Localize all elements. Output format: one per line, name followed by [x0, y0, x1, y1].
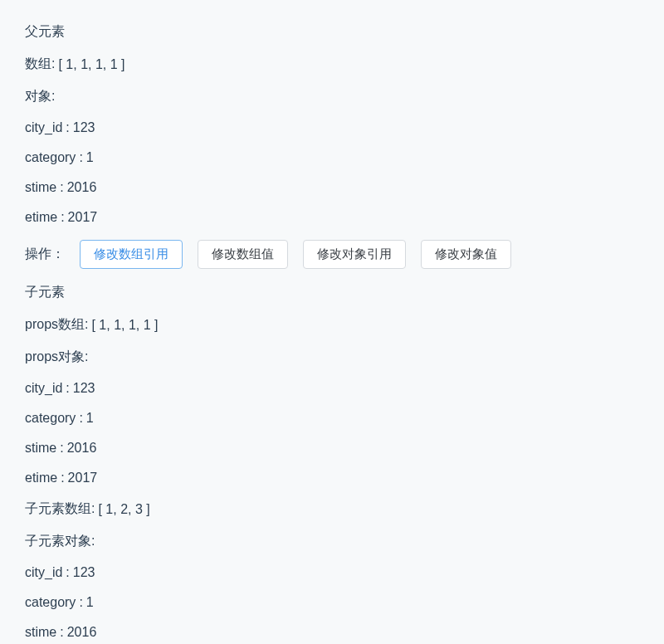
modify-array-value-button[interactable]: 修改数组值 [198, 240, 288, 269]
child-props-array-line: props数组: [ 1, 1, 1, 1 ] [25, 316, 639, 334]
parent-prop-sep: : [61, 210, 64, 225]
child-title-text: 子元素 [25, 284, 65, 301]
parent-prop-key: stime [25, 180, 56, 195]
child-childobj-sep: : [66, 565, 69, 580]
child-propsobj-row: category : 1 [25, 411, 639, 426]
parent-object-label: 对象: [25, 88, 55, 105]
child-props-array-label: props数组: [25, 316, 88, 334]
child-child-object-label-line: 子元素对象: [25, 533, 639, 550]
child-propsobj-value: 2017 [68, 471, 98, 485]
child-propsobj-sep: : [79, 411, 82, 426]
child-childobj-row: category : 1 [25, 595, 639, 610]
child-childobj-key: city_id [25, 565, 62, 580]
parent-prop-value: 1 [86, 150, 94, 165]
parent-object-label-line: 对象: [25, 88, 639, 105]
parent-prop-row: etime : 2017 [25, 210, 639, 225]
child-propsobj-key: etime [25, 471, 57, 485]
child-propsobj-key: category [25, 411, 76, 426]
parent-prop-value: 2016 [67, 180, 97, 195]
actions-label: 操作： [25, 246, 65, 263]
parent-array-label: 数组: [25, 56, 55, 73]
child-propsobj-row: stime : 2016 [25, 441, 639, 456]
parent-prop-sep: : [60, 180, 63, 195]
child-propsobj-row: city_id : 123 [25, 381, 639, 396]
child-childobj-value: 2016 [67, 625, 97, 640]
parent-title: 父元素 [25, 23, 639, 41]
child-childobj-value: 1 [86, 595, 94, 610]
child-propsobj-sep: : [60, 441, 63, 456]
child-propsobj-sep: : [66, 381, 69, 396]
parent-prop-key: category [25, 150, 76, 165]
child-propsobj-value: 1 [86, 411, 94, 426]
child-propsobj-sep: : [61, 471, 64, 485]
child-childobj-sep: : [79, 595, 82, 610]
child-propsobj-value: 123 [73, 381, 95, 396]
actions-row: 操作： 修改数组引用 修改数组值 修改对象引用 修改对象值 [25, 240, 639, 269]
child-childobj-key: stime [25, 625, 56, 640]
child-title: 子元素 [25, 284, 639, 301]
child-props-object-label: props对象: [25, 349, 88, 366]
parent-prop-row: stime : 2016 [25, 180, 639, 195]
parent-prop-row: category : 1 [25, 150, 639, 165]
child-propsobj-value: 2016 [67, 441, 97, 456]
parent-title-text: 父元素 [25, 23, 65, 41]
child-child-array-value: [ 1, 2, 3 ] [98, 502, 149, 517]
child-childobj-row: city_id : 123 [25, 565, 639, 580]
child-childobj-value: 123 [73, 565, 95, 580]
child-propsobj-key: stime [25, 441, 56, 456]
child-childobj-row: stime : 2016 [25, 625, 639, 640]
parent-prop-value: 123 [73, 120, 95, 135]
child-props-object-label-line: props对象: [25, 349, 639, 366]
parent-prop-value: 2017 [68, 210, 98, 225]
modify-object-value-button[interactable]: 修改对象值 [421, 240, 511, 269]
child-props-array-value: [ 1, 1, 1, 1 ] [91, 318, 158, 333]
parent-prop-sep: : [66, 120, 69, 135]
parent-prop-sep: : [79, 150, 82, 165]
parent-array-line: 数组: [ 1, 1, 1, 1 ] [25, 56, 639, 73]
child-childobj-sep: : [60, 625, 63, 640]
child-child-array-line: 子元素数组: [ 1, 2, 3 ] [25, 500, 639, 518]
parent-prop-key: etime [25, 210, 57, 225]
parent-array-value: [ 1, 1, 1, 1 ] [58, 57, 124, 72]
modify-array-ref-button[interactable]: 修改数组引用 [80, 240, 183, 269]
modify-object-ref-button[interactable]: 修改对象引用 [303, 240, 406, 269]
child-propsobj-row: etime : 2017 [25, 471, 639, 485]
child-child-object-label: 子元素对象: [25, 533, 95, 550]
child-propsobj-key: city_id [25, 381, 62, 396]
child-child-array-label: 子元素数组: [25, 500, 95, 518]
parent-prop-row: city_id : 123 [25, 120, 639, 135]
parent-prop-key: city_id [25, 120, 62, 135]
child-childobj-key: category [25, 595, 76, 610]
